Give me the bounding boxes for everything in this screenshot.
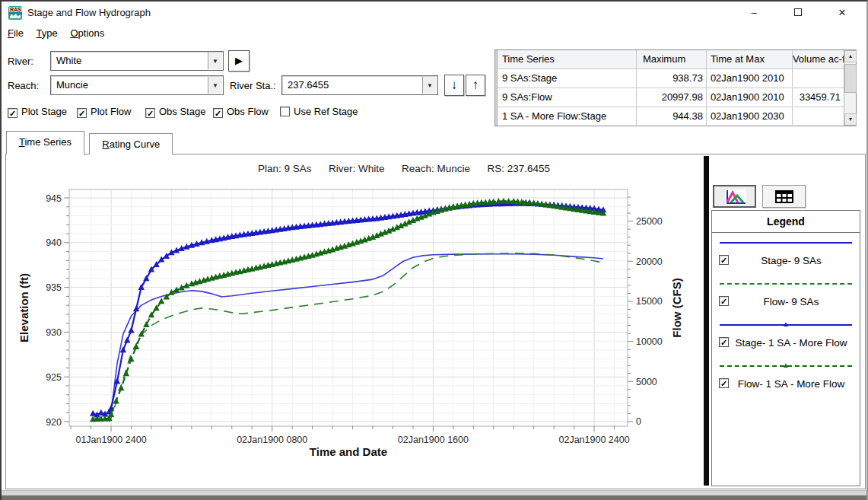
svg-text:Elevation (ft): Elevation (ft) [17,273,30,342]
hec-ras-app-icon: RAS [8,6,22,20]
tab-rating-curve[interactable]: Rating Curve [89,133,173,154]
legend-splitter[interactable] [704,156,709,486]
hydrograph-chart: 01Jan1900 240002Jan1900 080002Jan1900 16… [8,155,701,487]
svg-text:925: 925 [46,372,62,383]
maximize-icon [794,8,802,16]
checkbox-icon[interactable]: ✓ [719,296,729,306]
chevron-down-icon[interactable]: ▼ [208,53,222,69]
legend-panel: Legend ✓ Stage- 9 SAs ✓ Flow- 9 SAs ▲ ✓ … [711,154,864,488]
time-series-summary-table: Time Series Maximum Time at Max Volume a… [494,49,857,126]
col-header-time-series: Time Series [498,50,637,68]
svg-text:02Jan1900 1600: 02Jan1900 1600 [398,435,469,445]
svg-text:20000: 20000 [636,256,663,267]
triangle-marker-icon: ▲ [782,360,790,371]
menu-options[interactable]: Options [70,24,111,39]
svg-text:02Jan1900 2400: 02Jan1900 2400 [558,435,629,445]
table-row[interactable]: 9 SAs:Flow 20997.98 02Jan1900 2010 33459… [498,88,844,107]
svg-text:945: 945 [46,193,62,204]
river-value: White [56,55,206,66]
reach-combobox[interactable]: Muncie ▼ [50,75,224,95]
svg-text:01Jan1900 2400: 01Jan1900 2400 [75,435,146,445]
next-river-button[interactable]: ▶ [228,50,250,72]
river-sta-combobox[interactable]: 237.6455 ▼ [281,75,438,95]
checkbox-icon[interactable]: ✓ [145,108,155,118]
up-arrow-icon: ↑ [472,78,479,92]
svg-text:0: 0 [636,416,641,427]
close-icon: ✕ [838,7,847,18]
table-view-icon [775,190,793,203]
legend-item-stage-1sa: ▲ ✓ Stage- 1 SA - More Flow [712,317,860,356]
svg-text:Time and Date: Time and Date [310,445,387,458]
checkbox-icon[interactable]: ✓ [719,378,729,388]
svg-text:10000: 10000 [636,336,663,347]
svg-text:25000: 25000 [636,216,663,227]
svg-text:Flow (CFS): Flow (CFS) [670,278,683,337]
river-combobox[interactable]: White ▼ [50,51,224,71]
plot-flow-checkbox[interactable]: ✓Plot Flow [77,106,131,119]
chart-view-icon [725,189,746,205]
time-series-tab-page: 01Jan1900 240002Jan1900 080002Jan1900 16… [5,154,866,489]
svg-text:5000: 5000 [636,377,657,387]
river-label: River: [8,56,33,67]
plot-stage-checkbox[interactable]: ✓Plot Stage [8,106,67,119]
reach-value: Muncie [56,79,206,91]
svg-text:920: 920 [46,417,62,428]
river-sta-label: River Sta.: [230,80,276,91]
background-strip [2,495,866,500]
col-header-maximum: Maximum [637,50,707,68]
checkbox-icon[interactable] [280,107,290,116]
table-header-row: Time Series Maximum Time at Max Volume a… [498,50,844,69]
scroll-down-icon[interactable]: ▼ [844,113,857,126]
tab-strip: Time Series Rating Curve [6,131,174,154]
scrollbar-thumb[interactable] [844,64,857,93]
legend-line-sample [720,242,852,244]
obs-stage-checkbox[interactable]: ✓Obs Stage [145,106,205,119]
next-station-up-button[interactable]: ↑ [466,75,485,96]
next-station-down-button[interactable]: ↓ [444,75,464,96]
obs-flow-checkbox[interactable]: ✓Obs Flow [213,106,269,119]
table-row[interactable]: 1 SA - More Flow:Stage 944.38 02Jan1900 … [498,107,844,126]
checkbox-icon[interactable]: ✓ [8,108,17,118]
triangle-marker-icon: ▲ [782,319,790,330]
river-sta-value: 237.6455 [288,79,421,91]
title-bar: RAS Stage and Flow Hydrograph – ✕ [2,2,866,24]
table-scrollbar[interactable]: ▲ ▼ [844,50,856,126]
legend-item-flow-9sas: ✓ Flow- 9 SAs [712,275,860,315]
col-header-time-at-max: Time at Max [707,50,793,68]
legend-item-stage-9sas: ✓ Stage- 9 SAs [712,234,860,274]
close-button[interactable]: ✕ [825,2,860,24]
use-ref-stage-checkbox[interactable]: Use Ref Stage [280,106,358,119]
minimize-button[interactable]: – [736,2,771,24]
legend-view-button[interactable] [713,185,756,208]
legend-item-flow-1sa: ▲ ✓ Flow- 1 SA - More Flow [712,358,860,397]
chart-area: 01Jan1900 240002Jan1900 080002Jan1900 16… [8,155,701,487]
svg-text:930: 930 [46,327,62,338]
chevron-down-icon[interactable]: ▼ [208,77,222,94]
svg-text:940: 940 [46,237,62,248]
col-header-volume: Volume ac-ft [793,50,844,68]
minimize-icon: – [751,7,756,18]
chevron-down-icon[interactable]: ▼ [422,77,437,94]
legend-title: Legend [712,211,860,233]
window-bottom-edge [2,490,866,495]
checkbox-icon[interactable]: ✓ [719,255,729,265]
checkbox-icon[interactable]: ✓ [719,337,729,347]
svg-text:Plan: 9 SAs River: White: Plan: 9 SAs River: White Reach: Muncie R… [258,163,550,174]
down-arrow-icon: ↓ [451,78,458,92]
table-row[interactable]: 9 SAs:Stage 938.73 02Jan1900 2010 [498,69,844,88]
legend-box: Legend ✓ Stage- 9 SAs ✓ Flow- 9 SAs ▲ ✓ … [711,210,860,486]
svg-text:935: 935 [46,282,62,293]
menu-type[interactable]: Type [37,24,65,39]
checkbox-icon[interactable]: ✓ [77,108,87,118]
tab-time-series[interactable]: Time Series [6,131,84,154]
menu-bar: File Type Options [2,24,114,43]
checkbox-icon[interactable]: ✓ [213,108,223,118]
reach-label: Reach: [8,80,39,91]
scroll-up-icon[interactable]: ▲ [844,50,857,62]
menu-file[interactable]: File [8,24,30,39]
maximize-button[interactable] [781,2,816,24]
stage-flow-hydrograph-window: RAS Stage and Flow Hydrograph – ✕ File T… [0,0,868,500]
right-arrow-icon: ▶ [235,55,243,66]
svg-text:02Jan1900 0800: 02Jan1900 0800 [237,435,307,445]
table-view-button[interactable] [762,185,806,208]
